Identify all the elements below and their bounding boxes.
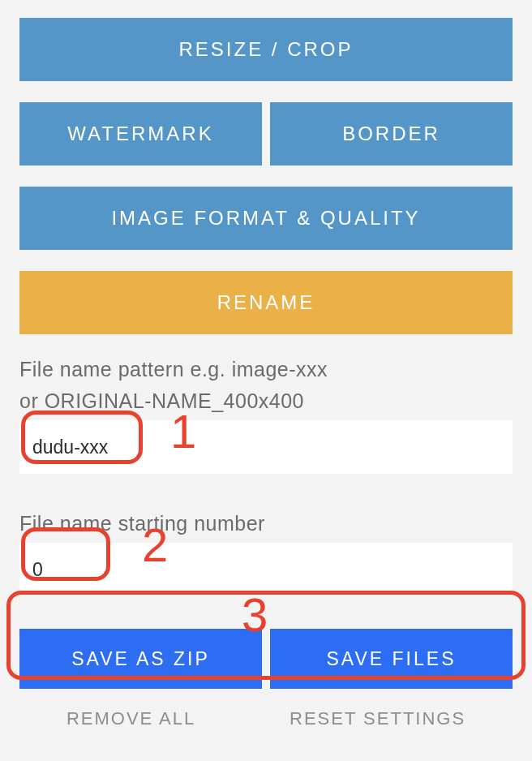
reset-settings-button[interactable]: RESET SETTINGS bbox=[290, 708, 466, 729]
filename-start-input-row bbox=[19, 543, 513, 596]
save-zip-label: SAVE AS ZIP bbox=[71, 648, 210, 670]
remove-all-button[interactable]: REMOVE ALL bbox=[66, 708, 195, 729]
filename-starting-number-input[interactable] bbox=[26, 554, 123, 586]
save-as-zip-button[interactable]: SAVE AS ZIP bbox=[19, 629, 262, 689]
image-format-quality-panel-toggle[interactable]: IMAGE FORMAT & QUALITY bbox=[19, 187, 513, 250]
watermark-panel-toggle[interactable]: WATERMARK bbox=[19, 102, 262, 166]
filename-pattern-input-row bbox=[19, 420, 513, 474]
rename-label: RENAME bbox=[217, 291, 315, 314]
rename-panel-toggle[interactable]: RENAME bbox=[19, 271, 513, 334]
filename-pattern-input[interactable] bbox=[26, 432, 506, 463]
border-panel-toggle[interactable]: BORDER bbox=[270, 102, 513, 166]
filename-pattern-label-line2: or ORIGINAL-NAME_400x400 bbox=[19, 387, 513, 415]
resize-crop-label: RESIZE / CROP bbox=[178, 38, 353, 61]
resize-crop-panel-toggle[interactable]: RESIZE / CROP bbox=[19, 18, 513, 81]
filename-start-label: File name starting number bbox=[19, 509, 513, 538]
watermark-label: WATERMARK bbox=[67, 123, 213, 145]
save-files-button[interactable]: SAVE FILES bbox=[270, 629, 513, 689]
save-files-label: SAVE FILES bbox=[327, 648, 457, 670]
filename-pattern-label-line1: File name pattern e.g. image-xxx bbox=[19, 355, 513, 384]
border-label: BORDER bbox=[342, 123, 440, 145]
format-quality-label: IMAGE FORMAT & QUALITY bbox=[111, 207, 420, 230]
